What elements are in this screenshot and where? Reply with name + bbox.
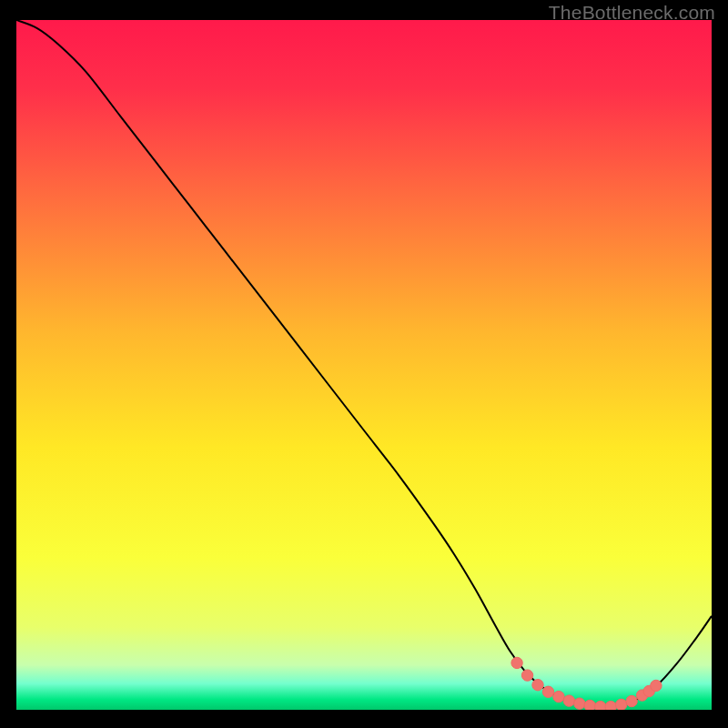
gradient-background: [16, 20, 712, 710]
highlight-marker: [574, 698, 585, 709]
highlight-marker: [584, 700, 595, 710]
highlight-marker: [532, 680, 543, 691]
chart-stage: TheBottleneck.com: [0, 0, 728, 728]
highlight-marker: [626, 695, 637, 706]
highlight-marker: [521, 670, 532, 681]
highlight-marker: [615, 699, 626, 710]
highlight-marker: [553, 691, 564, 702]
highlight-marker: [511, 657, 522, 668]
highlight-marker: [563, 695, 574, 706]
plot-area: [16, 20, 712, 710]
highlight-marker: [595, 701, 606, 710]
highlight-marker: [605, 701, 616, 710]
highlight-marker: [542, 686, 553, 697]
chart-svg: [16, 20, 712, 710]
highlight-marker: [651, 680, 662, 691]
